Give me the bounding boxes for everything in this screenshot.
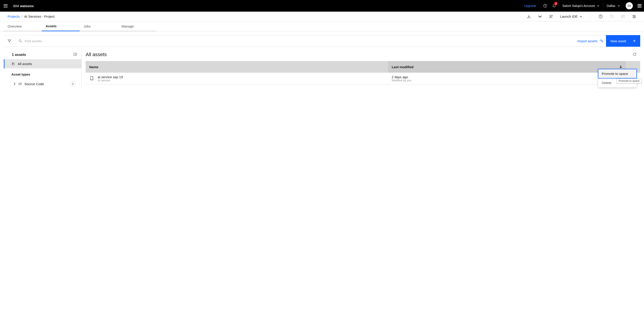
launch-ide-label: Launch IDE (560, 14, 578, 18)
svg-point-7 (634, 17, 634, 18)
add-collaborator-icon[interactable] (549, 14, 554, 19)
col-name[interactable]: Name (86, 61, 388, 73)
region-switcher[interactable]: Dallas (603, 0, 624, 12)
assets-table: Name Last modified (86, 61, 640, 84)
svg-point-6 (635, 16, 636, 17)
import-link-icon (600, 39, 603, 43)
upgrade-link[interactable]: Upgrade (520, 4, 541, 8)
tooltip: Promote to space (616, 78, 642, 84)
breadcrumb-separator: / (22, 14, 22, 18)
brand-logo[interactable]: IBM watsonx (13, 4, 34, 8)
row-context-menu: Promote to space Delete (598, 69, 636, 88)
chevron-down-icon (618, 5, 620, 7)
breadcrumb-bar: Projects / AI Services - Project Launch … (0, 12, 644, 22)
menu-item-promote[interactable]: Promote to space (598, 69, 636, 78)
sort-arrow-down-icon (619, 65, 622, 69)
svg-point-4 (600, 16, 601, 16)
table-area: All assets Name Last modified (82, 47, 640, 89)
account-switcher[interactable]: Saloni Saluja's Account (558, 0, 603, 12)
tab-assets[interactable]: Assets (42, 22, 80, 31)
asset-subtitle: AI service (98, 79, 123, 82)
breadcrumb-current: AI Services - Project (24, 14, 54, 18)
code-icon (18, 82, 22, 86)
account-label: Saloni Saluja's Account (562, 4, 595, 8)
search-icon (18, 39, 22, 43)
search-input[interactable] (24, 39, 83, 43)
asset-modified: 2 days ago (392, 75, 622, 79)
global-header: IBM watsonx Upgrade 2 Saloni Saluja's Ac… (0, 0, 644, 12)
app-switcher-icon[interactable] (635, 0, 644, 12)
col-last-modified[interactable]: Last modified (388, 61, 626, 73)
menu-icon[interactable] (4, 4, 8, 8)
svg-point-2 (550, 15, 552, 16)
launch-ide-button[interactable]: Launch IDE (560, 14, 582, 18)
tree-item-count: 1 (70, 81, 76, 86)
tree-item-label: Source Code (24, 82, 44, 86)
sidebar-item-all-assets[interactable]: All assets (4, 59, 82, 68)
sidebar-asset-types-header: Asset types (4, 68, 82, 78)
info-icon[interactable] (598, 14, 603, 19)
help-icon[interactable] (541, 0, 550, 12)
svg-point-8 (19, 40, 21, 42)
notification-badge: 2 (554, 2, 558, 5)
avatar[interactable]: SS (626, 2, 633, 10)
import-icon[interactable] (526, 14, 531, 19)
notification-icon[interactable]: 2 (550, 0, 558, 12)
tree-item-source-code[interactable]: Source Code 1 (4, 78, 82, 89)
svg-point-5 (633, 15, 634, 16)
filter-icon[interactable] (4, 35, 15, 46)
assets-toolbar: Import assets New asset + (4, 35, 640, 47)
project-tabs: Overview Assets Jobs Manage (0, 22, 644, 31)
settings-icon[interactable] (632, 14, 636, 19)
refresh-icon[interactable] (632, 52, 636, 57)
import-assets-label: Import assets (577, 39, 598, 43)
chevron-down-icon[interactable] (538, 14, 542, 19)
new-asset-button[interactable]: New asset + (606, 35, 640, 47)
tab-jobs[interactable]: Jobs (80, 22, 118, 31)
collapse-sidebar-icon[interactable] (73, 52, 77, 57)
file-code-icon (89, 76, 94, 81)
content-panel: Import assets New asset + 1 assets All a… (4, 35, 640, 90)
svg-rect-9 (600, 40, 601, 41)
asset-name: ai service sep 19 (98, 75, 123, 79)
chevron-down-icon (580, 16, 582, 18)
sidebar-all-assets-label: All assets (18, 62, 32, 66)
table-row[interactable]: ai service sep 19 AI service 2 days ago … (86, 73, 640, 84)
tab-overview[interactable]: Overview (4, 22, 42, 31)
stack-icon (12, 62, 15, 66)
breadcrumb-root[interactable]: Projects (8, 14, 20, 18)
history-icon[interactable] (610, 14, 614, 19)
svg-point-1 (545, 6, 545, 7)
table-title: All assets (86, 52, 107, 58)
asset-modified-by: Modified by you (392, 79, 622, 82)
chevron-right-icon (13, 82, 16, 85)
chevron-down-icon (597, 5, 599, 7)
assets-sidebar: 1 assets All assets Asset types Source C… (4, 47, 82, 89)
region-label: Dallas (607, 4, 616, 8)
import-assets-link[interactable]: Import assets (575, 39, 606, 43)
comment-icon[interactable] (621, 14, 625, 19)
svg-rect-10 (602, 41, 603, 42)
plus-icon: + (633, 38, 636, 43)
asset-count-label: 1 assets (12, 53, 26, 57)
new-asset-label: New asset (610, 39, 626, 43)
tab-manage[interactable]: Manage (118, 22, 156, 31)
svg-rect-12 (12, 63, 14, 65)
